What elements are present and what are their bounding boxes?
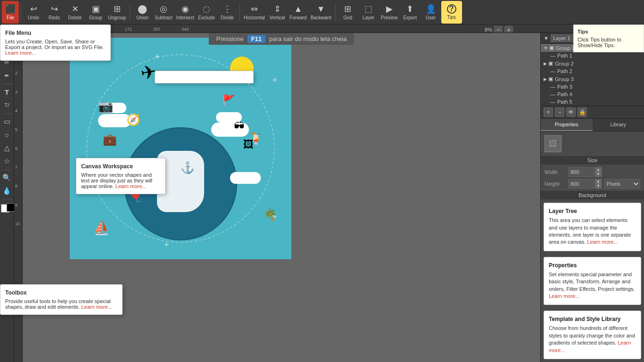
layer-item-group2[interactable]: ▶ ▣ Group 2	[541, 59, 644, 67]
layer-item-path5[interactable]: — Path 5	[541, 98, 644, 106]
toolbox-tooltip-heading: Toolbox	[5, 289, 117, 296]
toolbar-tips-button[interactable]: ? Tips	[441, 1, 462, 24]
layer-item-label: Group 1	[556, 45, 575, 51]
toolbar-subtract-label: Subtract	[155, 15, 172, 20]
layer-item-group3[interactable]: ▶ ▣ Group 3	[541, 75, 644, 83]
layer-item-path3[interactable]: — Path 3	[541, 83, 644, 90]
toolbar-divide-button[interactable]: ⋮ Divide	[217, 1, 238, 24]
layer-eye-button[interactable]: 👁	[566, 107, 576, 117]
tab-properties[interactable]: Properties	[541, 119, 593, 131]
art-plus-2: +	[272, 75, 277, 85]
triangle-tool[interactable]: △	[1, 142, 13, 154]
layer-item-label: Path 3	[557, 84, 572, 90]
toolbar-file-label: File	[7, 15, 14, 20]
toolbar-ungroup-button[interactable]: ⊞ Ungroup	[106, 1, 128, 24]
circle-tool[interactable]: ○	[1, 129, 13, 141]
element-thumbnail: 🖼	[545, 135, 561, 152]
toolbox-tooltip: Toolbox Provide useful tools to help you…	[0, 284, 123, 315]
layer-lock-button[interactable]: 🔒	[578, 107, 587, 117]
toolbar-separator-1	[21, 4, 21, 21]
toolbar-separator-4	[335, 4, 336, 21]
toolbar-user-label: User	[426, 15, 436, 20]
prop-tooltip-link[interactable]: Learn more...	[549, 293, 579, 299]
zoom-minus-button[interactable]: −	[494, 26, 503, 33]
pen-tool[interactable]: ✒	[1, 69, 13, 82]
toolbar-tips-label: Tips	[447, 15, 456, 20]
unit-select[interactable]: Pixels Percent Em	[604, 179, 640, 189]
toolbar-layer-button[interactable]: ⬚ Layer	[358, 1, 379, 24]
stroke-color-swatch[interactable]	[7, 203, 15, 212]
redo-icon: ↪	[51, 4, 58, 14]
toolbar-grid-button[interactable]: ⊞ Grid	[338, 1, 358, 24]
width-label: Width	[545, 169, 568, 175]
tool-separator-2	[2, 84, 12, 84]
toolbar-vertical-button[interactable]: ⇕ Vertical	[267, 1, 288, 24]
toolbar-horizontal-label: Horizontal	[244, 15, 265, 20]
zoom-plus-button[interactable]: +	[504, 26, 513, 33]
ruler-mark-v-2: 2	[15, 71, 17, 75]
path-text-tool[interactable]: T/	[1, 99, 13, 111]
toolbar-backward-button[interactable]: ▼ Backward	[309, 1, 333, 24]
toolbar-undo-button[interactable]: ↩ Undo	[23, 1, 44, 24]
width-input[interactable]	[568, 167, 594, 177]
toolbar-redo-button[interactable]: ↪ Redo	[44, 1, 65, 24]
undo-icon: ↩	[30, 4, 37, 14]
toolbar-intersect-label: Intersect	[176, 15, 194, 20]
toolbar-preview-button[interactable]: ▶ Preview	[379, 1, 400, 24]
path-layer-icon: —	[550, 84, 555, 90]
toolbar-backward-label: Backward	[311, 15, 331, 20]
art-photo: 🖼	[243, 139, 254, 151]
group-icon: ▣	[92, 4, 100, 14]
layer-item-path4[interactable]: — Path 4	[541, 90, 644, 98]
prop-tooltip-heading: Properties	[549, 262, 636, 269]
toolbar-exclude-button[interactable]: ◌ Exclude	[196, 1, 217, 24]
art-compass: 🧭	[126, 113, 140, 126]
tips-description: Click Tips button to Show/Hide Tips.	[578, 37, 640, 48]
art-flag: 🚩	[222, 94, 235, 107]
toolbar-horizontal-button[interactable]: ⇔ Horizontal	[242, 1, 267, 24]
toolbar-preview-label: Preview	[381, 15, 398, 20]
properties-content: 🖼 Size Width ▲ ▼ Height	[541, 132, 644, 200]
text-tool[interactable]: T	[1, 86, 13, 98]
layer-tooltip-link[interactable]: Learn more...	[587, 239, 618, 245]
zoom-tool[interactable]: 🔍	[1, 172, 13, 184]
thumbnail-icon: 🖼	[549, 139, 557, 149]
toolbar-vertical-label: Vertical	[270, 15, 285, 20]
layer-tooltip-heading: Layer Tree	[549, 208, 636, 214]
prop-lib-tabs: Properties Library	[541, 119, 644, 132]
layer-item-path2[interactable]: — Path 2	[541, 67, 644, 75]
toolbar-user-button[interactable]: 👤 User	[421, 1, 441, 24]
layer-add-button[interactable]: +	[544, 107, 553, 117]
tool-separator-4	[2, 170, 12, 170]
toolbar-file-button[interactable]: ⬛ File	[2, 1, 19, 24]
height-input[interactable]	[568, 179, 594, 189]
toolbar-group-button[interactable]: ▣ Group	[85, 1, 106, 24]
height-down[interactable]: ▼	[595, 184, 602, 189]
height-up[interactable]: ▲	[595, 179, 602, 184]
layer-delete-button[interactable]: −	[555, 107, 564, 117]
canvas-tooltip-description: Where your vector shapes and text are di…	[81, 172, 160, 189]
tab-library[interactable]: Library	[593, 119, 644, 131]
eyedrop-tool[interactable]: 💧	[1, 185, 13, 197]
bg-section-title: Background	[541, 191, 644, 199]
ruler-mark-v-10: 10	[15, 222, 20, 226]
toolbox-tooltip-link[interactable]: Learn more...	[81, 304, 112, 310]
toolbar-delete-button[interactable]: ✕ Delete	[65, 1, 85, 24]
file-tooltip-description: Lets you Create, Open, Save. Share or Ex…	[5, 39, 106, 56]
toolbar-forward-button[interactable]: ▲ Forward	[288, 1, 309, 24]
rect-tool[interactable]: ▭	[1, 115, 13, 128]
layer-item-path1[interactable]: — Path 1	[541, 52, 644, 59]
canvas-tooltip-link[interactable]: Learn more...	[116, 183, 146, 189]
width-down[interactable]: ▼	[595, 172, 602, 177]
star-tool[interactable]: ☆	[1, 155, 13, 167]
file-tooltip-link[interactable]: Learn more...	[5, 50, 36, 56]
toolbar-union-button[interactable]: ⬤ Union	[132, 1, 153, 24]
path-layer-icon: —	[550, 68, 555, 74]
right-panel: ▼ Layer 1 ▼ ▣ Group 1 —	[540, 33, 644, 362]
toolbar-intersect-button[interactable]: ◉ Intersect	[174, 1, 196, 24]
toolbar-subtract-button[interactable]: ◎ Subtract	[153, 1, 174, 24]
width-up[interactable]: ▲	[595, 167, 602, 172]
toolbox-tooltip-description: Provide useful tools to help you create …	[5, 298, 117, 310]
toolbar-export-button[interactable]: ⬆ Export	[400, 1, 421, 24]
layer-tree: ▼ ▣ Group 1 — Path 1 ▶ ▣ Group 2	[541, 44, 644, 106]
